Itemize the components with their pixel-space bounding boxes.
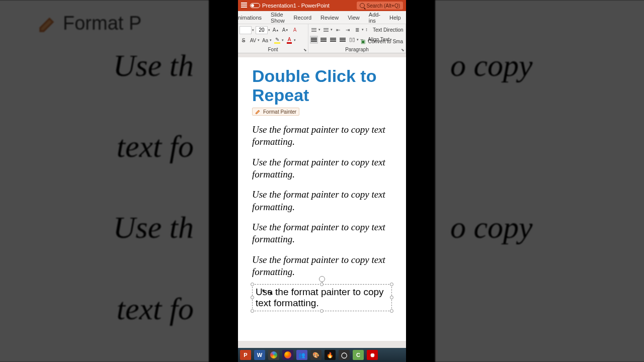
- taskbar-obs[interactable]: ◯: [339, 350, 350, 360]
- search-placeholder: Search (Alt+Q): [367, 3, 400, 9]
- tab-help[interactable]: Help: [389, 15, 401, 21]
- taskbar-camtasia[interactable]: C: [353, 350, 364, 360]
- paragraph-6-plain[interactable]: Use the format painter to copy text form…: [256, 287, 388, 309]
- slide-title: Double Click to Repeat: [252, 66, 392, 105]
- bullets-button[interactable]: [310, 26, 318, 34]
- rotate-handle[interactable]: [319, 276, 325, 282]
- slide-area: Double Click to Repeat Format Painter Us…: [238, 53, 406, 348]
- taskbar-powerpoint[interactable]: P: [240, 350, 251, 360]
- justify-button[interactable]: [339, 36, 347, 44]
- resize-handle[interactable]: [390, 296, 393, 299]
- char-spacing-button[interactable]: AV: [249, 36, 257, 44]
- taskbar-flame[interactable]: 🔥: [325, 350, 336, 360]
- font-color-button[interactable]: A: [285, 36, 293, 44]
- paragraph-dialog-launcher[interactable]: ⬊: [401, 48, 405, 52]
- selected-textbox[interactable]: Use the format painter to copy text form…: [252, 284, 392, 311]
- status-strip: [238, 341, 406, 347]
- tab-record[interactable]: Record: [294, 15, 311, 21]
- bg-tag-text: Format P: [63, 13, 141, 34]
- tab-animations[interactable]: nimations: [238, 15, 262, 21]
- group-font-label: Font⬊: [238, 46, 308, 53]
- paragraph-3[interactable]: Use the format painter to copy text form…: [252, 189, 392, 213]
- autosave-toggle[interactable]: [250, 3, 260, 8]
- window-title: Presentation1 - PowerPoint: [262, 3, 330, 9]
- taskbar-paint[interactable]: 🎨: [310, 350, 321, 360]
- taskbar-chrome[interactable]: [268, 350, 279, 360]
- background-blur-left: Format P Use thtext fo Use thtext fo Use…: [0, 0, 209, 362]
- paragraph-1[interactable]: Use the format painter to copy text form…: [252, 124, 392, 148]
- increase-font-button[interactable]: A▲: [272, 26, 280, 34]
- title-bar: Presentation1 - PowerPoint Search (Alt+Q…: [238, 0, 406, 11]
- strikethrough-button[interactable]: S: [239, 36, 248, 44]
- paragraph-4[interactable]: Use the format painter to copy text form…: [252, 221, 392, 246]
- search-box[interactable]: Search (Alt+Q): [357, 2, 403, 10]
- resize-handle[interactable]: [251, 309, 254, 313]
- resize-handle[interactable]: [320, 309, 324, 313]
- tab-review[interactable]: Review: [320, 15, 339, 21]
- tab-slideshow[interactable]: Slide Show: [271, 12, 285, 24]
- change-case-button[interactable]: Aa: [261, 36, 269, 44]
- increase-indent-button[interactable]: ⇥: [344, 26, 352, 34]
- text-direction-button[interactable]: ↕Text Direction: [365, 27, 404, 33]
- font-dialog-launcher[interactable]: ⬊: [303, 48, 307, 52]
- taskbar-word[interactable]: W: [254, 350, 265, 360]
- font-size-combo[interactable]: 20: [256, 26, 268, 34]
- paragraph-5[interactable]: Use the format painter to copy text form…: [252, 254, 392, 279]
- font-name-combo[interactable]: [239, 26, 252, 34]
- menu-icon[interactable]: [241, 3, 248, 9]
- resize-handle[interactable]: [251, 296, 254, 299]
- align-right-button[interactable]: [329, 36, 337, 44]
- taskbar-teams[interactable]: 👥: [296, 350, 307, 360]
- resize-handle[interactable]: [390, 309, 393, 313]
- numbering-button[interactable]: [322, 26, 330, 34]
- search-icon: [360, 3, 365, 8]
- columns-button[interactable]: ▯▯: [348, 36, 356, 44]
- group-paragraph-label: Paragraph⬊: [308, 46, 406, 53]
- slide-canvas[interactable]: Double Click to Repeat Format Painter Us…: [238, 57, 406, 341]
- paragraph-2[interactable]: Use the format painter to copy text form…: [252, 156, 392, 181]
- convert-smartart-button[interactable]: ▣Convert to Sma: [361, 39, 403, 45]
- resize-handle[interactable]: [320, 283, 324, 286]
- align-left-button[interactable]: [310, 36, 318, 44]
- ribbon-tabs: nimations Slide Show Record Review View …: [238, 11, 406, 24]
- clear-formatting-button[interactable]: A: [291, 26, 299, 34]
- taskbar-firefox[interactable]: [282, 350, 293, 360]
- powerpoint-window: Presentation1 - PowerPoint Search (Alt+Q…: [238, 0, 406, 362]
- highlight-button[interactable]: ✎: [273, 36, 281, 44]
- line-spacing-button[interactable]: ≣: [353, 26, 361, 34]
- taskbar-record[interactable]: ⏺: [367, 350, 378, 360]
- tab-addins[interactable]: Add-ins: [369, 12, 380, 24]
- background-blur-right: o copy o copy o copy o copy: [435, 0, 644, 362]
- resize-handle[interactable]: [251, 283, 254, 286]
- tab-view[interactable]: View: [348, 15, 360, 21]
- decrease-font-button[interactable]: A▼: [281, 26, 289, 34]
- format-painter-tag-label: Format Painter: [263, 109, 296, 115]
- decrease-indent-button[interactable]: ⇤: [334, 26, 342, 34]
- format-painter-tag: Format Painter: [252, 108, 299, 116]
- resize-handle[interactable]: [390, 283, 393, 286]
- ribbon: ▾ 20▾ A▲ A▼ A S AV▾ Aa▾ ✎▾ A▾ Font⬊: [238, 24, 406, 53]
- taskbar: P W 👥 🎨 🔥 ◯ C ⏺: [238, 348, 406, 362]
- align-center-button[interactable]: [319, 36, 328, 44]
